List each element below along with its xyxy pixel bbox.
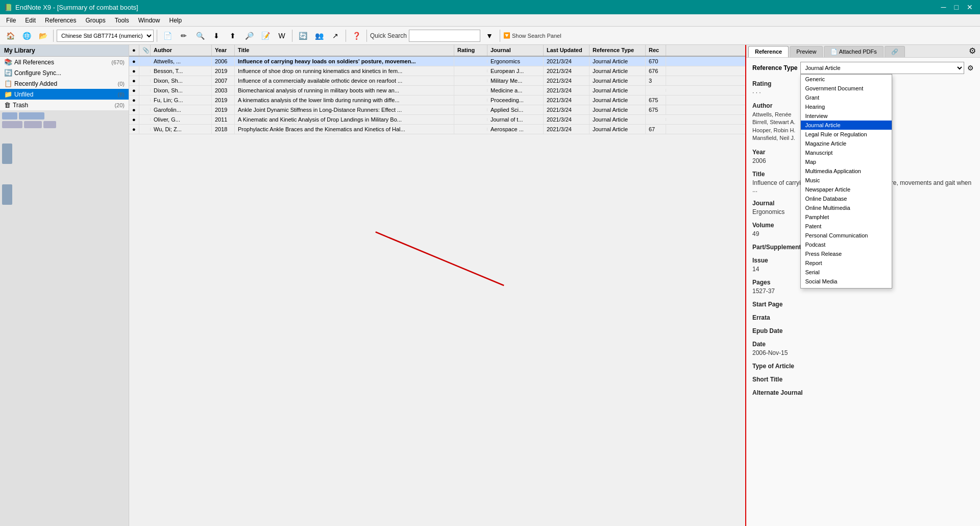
- dropdown-item-hearing[interactable]: Hearing: [801, 102, 892, 111]
- dropdown-item-personal-comm[interactable]: Personal Communication: [801, 231, 892, 240]
- sidebar-item-unfiled[interactable]: 📁 Unfiled (8): [0, 89, 129, 100]
- toolbar-export-btn[interactable]: ⬆: [226, 29, 240, 43]
- dropdown-item-multimedia[interactable]: Multimedia Application: [801, 166, 892, 176]
- table-row[interactable]: ● Oliver, G... 2011 A Kinematic and Kine…: [129, 115, 745, 125]
- menu-window[interactable]: Window: [134, 16, 164, 25]
- menu-file[interactable]: File: [2, 16, 20, 25]
- dropdown-item-online-db[interactable]: Online Database: [801, 194, 892, 203]
- col-header-title[interactable]: Title: [235, 45, 454, 56]
- dropdown-item-newspaper[interactable]: Newspaper Article: [801, 185, 892, 194]
- ref-type-gear-btn[interactable]: ⚙: [967, 64, 974, 72]
- row-updated: 2021/3/24: [544, 86, 590, 95]
- menu-bar: File Edit References Groups Tools Window…: [0, 14, 980, 27]
- table-body: ● Attwells, ... 2006 Influence of carryi…: [129, 57, 745, 526]
- row-updated: 2021/3/24: [544, 115, 590, 124]
- col-header-rating[interactable]: Rating: [454, 45, 487, 56]
- row-attach: [139, 108, 151, 111]
- show-search-panel-btn[interactable]: 🔽 Show Search Panel: [503, 32, 561, 39]
- dropdown-item-press-release[interactable]: Press Release: [801, 249, 892, 258]
- col-header-reftype[interactable]: Reference Type: [590, 45, 646, 56]
- ref-type-dropdown-list[interactable]: Generic Government Document Grant Hearin…: [800, 74, 892, 289]
- row-rating: [454, 89, 487, 92]
- table-row[interactable]: ● Dixon, Sh... 2003 Biomechanical analys…: [129, 86, 745, 95]
- col-header-author[interactable]: Author: [151, 45, 212, 56]
- menu-help[interactable]: Help: [165, 16, 186, 25]
- toolbar-word-btn[interactable]: W: [275, 29, 289, 43]
- row-attach: [139, 79, 151, 82]
- all-references-count: (670): [111, 59, 125, 65]
- quick-search-input[interactable]: [409, 30, 480, 42]
- table-row[interactable]: ● Besson, T... 2019 Influence of shoe dr…: [129, 66, 745, 76]
- toolbar-share-btn[interactable]: ↗: [328, 29, 342, 43]
- dropdown-item-standard[interactable]: Standard: [801, 286, 892, 289]
- ref-type-dropdown-wrapper: Journal Article Generic Government Docum…: [800, 62, 964, 74]
- minimize-button[interactable]: ─: [938, 3, 949, 11]
- toolbar-home-btn[interactable]: 🏠: [3, 29, 17, 43]
- dropdown-item-magazine[interactable]: Magazine Article: [801, 139, 892, 148]
- row-year: 2019: [212, 66, 235, 76]
- col-header-attach[interactable]: 📎: [139, 45, 151, 56]
- search-dropdown-btn[interactable]: ▼: [482, 29, 497, 43]
- tab-link[interactable]: 🔗: [885, 46, 905, 57]
- style-dropdown[interactable]: Chinese Std GBT7714 (numeric): [57, 30, 154, 42]
- dropdown-item-online-multimedia[interactable]: Online Multimedia: [801, 203, 892, 212]
- toolbar-edit-ref-btn[interactable]: ✏: [177, 29, 191, 43]
- toolbar-help-btn[interactable]: ❓: [349, 29, 363, 43]
- table-row[interactable]: ● Dixon, Sh... 2007 Influence of a comme…: [129, 76, 745, 86]
- col-header-rec[interactable]: Rec: [646, 45, 666, 56]
- toolbar-import-btn[interactable]: ⬇: [209, 29, 224, 43]
- sidebar-item-trash[interactable]: 🗑 Trash (20): [0, 100, 129, 110]
- dropdown-item-journal-article[interactable]: Journal Article: [801, 121, 892, 130]
- table-row[interactable]: ● Garofolin... 2019 Ankle Joint Dynamic …: [129, 105, 745, 115]
- dropdown-item-manuscript[interactable]: Manuscript: [801, 148, 892, 157]
- row-title: A Kinematic and Kinetic Analysis of Drop…: [235, 115, 454, 124]
- maximize-button[interactable]: □: [951, 3, 962, 11]
- col-header-updated[interactable]: Last Updated: [544, 45, 590, 56]
- toolbar-open-btn[interactable]: 📂: [36, 29, 50, 43]
- tab-reference[interactable]: Reference: [748, 46, 789, 57]
- sidebar-item-configure-sync[interactable]: 🔄 Configure Sync...: [0, 67, 129, 78]
- toolbar-magnify-btn[interactable]: 🔎: [242, 29, 256, 43]
- toolbar-search-btn[interactable]: 🔍: [193, 29, 207, 43]
- sidebar-item-recently-added[interactable]: 📋 Recently Added (0): [0, 78, 129, 89]
- sidebar-item-all-references[interactable]: 📚 All References (670): [0, 57, 129, 67]
- dropdown-item-gov-doc[interactable]: Government Document: [801, 84, 892, 93]
- dropdown-item-generic[interactable]: Generic: [801, 75, 892, 84]
- table-row[interactable]: ● Wu, Di; Z... 2018 Prophylactic Ankle B…: [129, 125, 745, 134]
- menu-references[interactable]: References: [41, 16, 80, 25]
- ref-type-dropdown[interactable]: Journal Article: [800, 62, 964, 74]
- table-row[interactable]: ● Attwells, ... 2006 Influence of carryi…: [129, 57, 745, 66]
- dropdown-item-interview[interactable]: Interview: [801, 111, 892, 121]
- date-value[interactable]: 2006-Nov-15: [752, 349, 974, 356]
- panel-gear-icon[interactable]: ⚙: [969, 46, 976, 56]
- toolbar-annotate-btn[interactable]: 📝: [258, 29, 273, 43]
- col-header-journal[interactable]: Journal: [487, 45, 544, 56]
- row-journal: Applied Sci...: [487, 105, 544, 114]
- row-reftype: Journal Article: [590, 115, 646, 124]
- toolbar-web-btn[interactable]: 🌐: [19, 29, 34, 43]
- tab-attached-pdfs[interactable]: 📄 Attached PDFs: [824, 46, 883, 57]
- dropdown-item-social-media[interactable]: Social Media: [801, 277, 892, 286]
- menu-groups[interactable]: Groups: [81, 16, 109, 25]
- dropdown-item-podcast[interactable]: Podcast: [801, 240, 892, 249]
- dropdown-item-pamphlet[interactable]: Pamphlet: [801, 212, 892, 222]
- menu-tools[interactable]: Tools: [111, 16, 133, 25]
- dropdown-item-serial[interactable]: Serial: [801, 268, 892, 277]
- dropdown-item-legal-rule[interactable]: Legal Rule or Regulation: [801, 130, 892, 139]
- menu-edit[interactable]: Edit: [21, 16, 40, 25]
- toolbar-new-ref-btn[interactable]: 📄: [160, 29, 175, 43]
- close-button[interactable]: ✕: [964, 3, 976, 11]
- toolbar-groups-btn[interactable]: 👥: [312, 29, 326, 43]
- dropdown-item-patent[interactable]: Patent: [801, 222, 892, 231]
- table-row[interactable]: ● Fu, Lin; G... 2019 A kinematics analys…: [129, 95, 745, 105]
- quick-search-label: Quick Search: [370, 32, 407, 39]
- dropdown-item-map[interactable]: Map: [801, 157, 892, 166]
- col-header-dot[interactable]: ●: [129, 45, 139, 56]
- dropdown-item-grant[interactable]: Grant: [801, 93, 892, 102]
- col-header-year[interactable]: Year: [212, 45, 235, 56]
- row-author: Fu, Lin; G...: [151, 95, 212, 105]
- toolbar-sync-btn[interactable]: 🔄: [296, 29, 310, 43]
- tab-preview[interactable]: Preview: [790, 46, 823, 57]
- dropdown-item-report[interactable]: Report: [801, 258, 892, 268]
- dropdown-item-music[interactable]: Music: [801, 176, 892, 185]
